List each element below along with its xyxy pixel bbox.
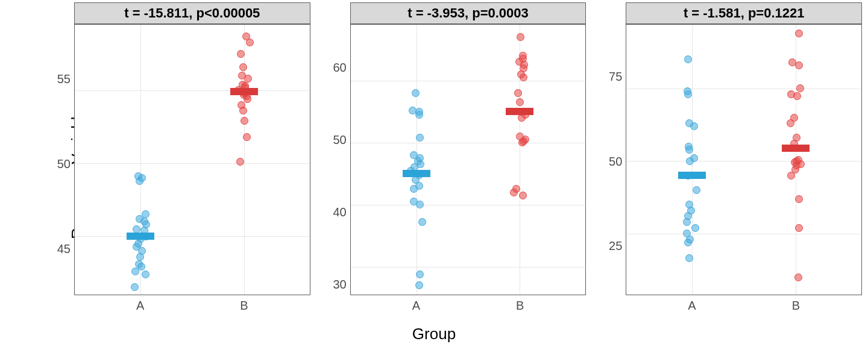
mean-crossbar xyxy=(678,172,706,179)
data-point xyxy=(693,186,700,194)
x-tick-label: B xyxy=(516,299,524,313)
x-tick-label: A xyxy=(688,299,696,313)
plot-area xyxy=(350,24,587,295)
panel-strip: t = -1.581, p=0.1221 xyxy=(626,2,862,24)
y-tick-label: 60 xyxy=(333,61,346,75)
mean-crossbar xyxy=(230,88,258,95)
y-tick-label: 75 xyxy=(609,70,622,84)
mean-crossbar xyxy=(127,233,154,240)
data-point xyxy=(514,89,522,97)
x-ticks: AB xyxy=(350,295,587,317)
data-point xyxy=(519,192,527,199)
data-point xyxy=(242,33,250,40)
data-point xyxy=(142,270,149,278)
panel: 255075t = -1.581, p=0.1221AB xyxy=(597,2,862,317)
panels-row: 455055t = -15.811, p<0.00005AB30405060t … xyxy=(45,2,862,317)
x-tick-label: B xyxy=(792,299,800,313)
data-point xyxy=(410,198,418,205)
y-ticks: 30405060 xyxy=(321,2,350,317)
data-point xyxy=(135,260,143,268)
data-point xyxy=(237,50,245,58)
data-point xyxy=(142,210,149,218)
x-ticks: AB xyxy=(626,295,862,317)
panel: 455055t = -15.811, p<0.00005AB xyxy=(45,2,310,317)
y-tick-label: 50 xyxy=(333,133,346,147)
x-ticks: AB xyxy=(74,295,310,317)
data-point xyxy=(236,158,244,166)
data-point xyxy=(794,156,802,164)
x-tick-label: A xyxy=(412,299,420,313)
plot-area xyxy=(74,24,310,295)
data-point xyxy=(684,55,692,63)
data-point xyxy=(241,117,248,125)
y-tick-label: 55 xyxy=(57,72,71,86)
data-point xyxy=(795,224,803,232)
data-point xyxy=(796,84,804,92)
data-point xyxy=(795,61,803,69)
y-tick-label: 40 xyxy=(333,205,346,219)
x-tick-label: A xyxy=(136,299,144,313)
data-point xyxy=(795,195,803,203)
y-tick-label: 45 xyxy=(57,242,71,256)
mean-crossbar xyxy=(403,170,430,177)
panel: 30405060t = -3.953, p=0.0003AB xyxy=(321,2,587,317)
data-point xyxy=(409,107,417,114)
data-point xyxy=(412,89,420,97)
data-point xyxy=(795,30,803,37)
data-point xyxy=(416,270,424,278)
data-point xyxy=(691,224,699,232)
data-point xyxy=(239,63,247,71)
x-tick-label: B xyxy=(240,299,248,313)
mean-crossbar xyxy=(782,145,810,152)
data-point xyxy=(685,143,693,151)
data-point xyxy=(794,274,802,281)
mean-crossbar xyxy=(506,108,533,115)
y-tick-label: 30 xyxy=(333,278,346,292)
plot-area xyxy=(626,24,862,295)
data-point xyxy=(512,185,520,193)
data-point xyxy=(418,218,426,226)
data-point xyxy=(790,114,798,122)
data-point xyxy=(237,101,245,109)
y-ticks: 255075 xyxy=(597,2,626,317)
y-tick-label: 25 xyxy=(609,239,622,253)
figure: Response Variable Group 455055t = -15.81… xyxy=(0,0,868,347)
data-point xyxy=(517,33,524,41)
data-point xyxy=(416,134,424,142)
y-tick-label: 50 xyxy=(609,154,622,168)
panel-strip: t = -15.811, p<0.00005 xyxy=(74,2,310,24)
data-point xyxy=(516,98,524,106)
data-point xyxy=(410,151,418,159)
x-axis-label: Group xyxy=(0,325,868,343)
data-point xyxy=(788,58,796,66)
data-point xyxy=(131,283,139,291)
data-point xyxy=(415,281,423,289)
data-point xyxy=(243,133,251,141)
panel-strip: t = -3.953, p=0.0003 xyxy=(350,2,587,24)
data-point xyxy=(793,134,800,142)
y-tick-label: 50 xyxy=(57,157,71,171)
data-point xyxy=(519,52,527,60)
y-ticks: 455055 xyxy=(45,2,74,317)
data-point xyxy=(133,225,140,233)
